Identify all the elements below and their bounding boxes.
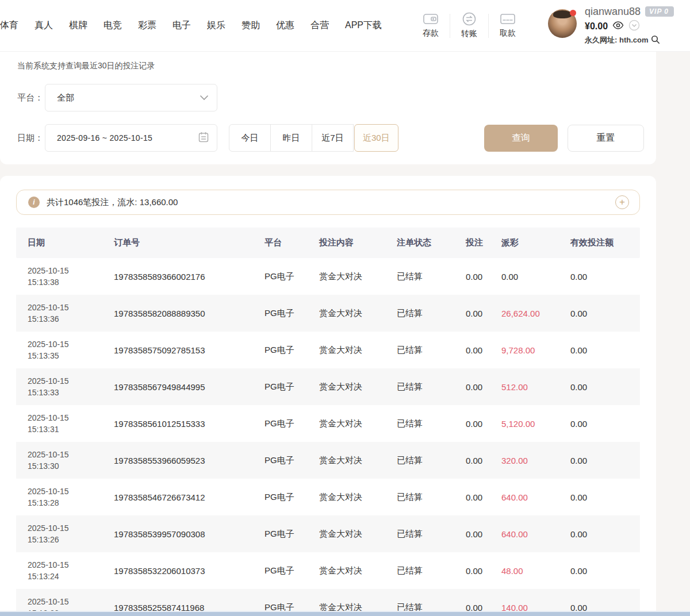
date-range-input[interactable]: 2025-09-16 ~ 2025-10-15 — [45, 124, 217, 152]
cell-status: 已结算 — [397, 565, 466, 576]
transfer-icon — [462, 12, 476, 26]
cell-platform: PG电子 — [264, 565, 319, 576]
permanent-url-label[interactable]: 永久网址: hth.com — [585, 35, 649, 45]
chevron-down-icon — [200, 93, 209, 103]
table-row: 2025-10-1515:13:33 1978358567949844995 P… — [16, 368, 640, 405]
col-header-date: 日期 — [28, 237, 114, 248]
filter-panel: 当前系统支持查询最近30日的投注记录 平台： 全部 日期： 2025-09-16… — [0, 52, 656, 164]
cell-status: 已结算 — [397, 492, 466, 503]
table-row: 2025-10-1515:13:31 1978358561012515333 P… — [16, 405, 640, 442]
magnifier-icon[interactable] — [651, 35, 660, 46]
summary-bar: i 共计1046笔投注，流水: 13,660.00 + — [16, 190, 640, 215]
cell-platform: PG电子 — [264, 529, 319, 540]
cell-platform: PG电子 — [264, 382, 319, 392]
table-row: 2025-10-1515:13:26 1978358539957090308 P… — [16, 515, 640, 552]
summary-text: 共计1046笔投注，流水: 13,660.00 — [47, 197, 178, 208]
cell-bet: 0.00 — [466, 566, 501, 576]
cell-date: 2025-10-1515:13:31 — [28, 412, 114, 435]
user-avatar[interactable] — [548, 9, 577, 38]
cell-valid: 0.00 — [570, 272, 640, 282]
bottom-scrollbar[interactable] — [0, 612, 690, 616]
cell-status: 已结算 — [397, 345, 466, 356]
cell-date: 2025-10-1515:13:24 — [28, 559, 114, 582]
cell-platform: PG电子 — [264, 308, 319, 319]
cell-status: 已结算 — [397, 418, 466, 429]
records-panel: i 共计1046笔投注，流水: 13,660.00 + 日期 订单号 平台 投注… — [0, 176, 656, 616]
deposit-button[interactable]: 存款 — [412, 13, 449, 38]
cell-order: 1978358546726673412 — [114, 492, 264, 502]
transfer-button[interactable]: 转账 — [451, 12, 488, 39]
table-row: 2025-10-1515:13:30 1978358553966059523 P… — [16, 442, 640, 479]
nav-item[interactable]: 娱乐 — [207, 20, 225, 32]
cell-valid: 0.00 — [570, 419, 640, 429]
cell-status: 已结算 — [397, 455, 466, 466]
divider — [450, 14, 450, 38]
bet-records-table: 日期 订单号 平台 投注内容 注单状态 投注 派彩 有效投注额 2025-10-… — [16, 228, 640, 616]
nav-item[interactable]: 优惠 — [276, 20, 294, 32]
cell-order: 1978358532206010373 — [114, 566, 264, 576]
reset-button[interactable]: 重置 — [568, 125, 644, 152]
quick-7days-button[interactable]: 近7日 — [312, 124, 354, 152]
cell-bet: 0.00 — [466, 382, 501, 392]
cell-bet: 0.00 — [466, 272, 501, 282]
nav-item[interactable]: 彩票 — [138, 20, 156, 32]
cell-content: 赏金大对决 — [319, 382, 397, 392]
cell-payout: 26,624.00 — [501, 309, 570, 318]
cell-order: 1978358589366002176 — [114, 272, 264, 282]
query-button[interactable]: 查询 — [484, 125, 558, 152]
platform-select[interactable]: 全部 — [45, 84, 217, 111]
info-icon: i — [28, 197, 40, 208]
nav-item[interactable]: 合营 — [310, 20, 329, 32]
wallet-actions: 存款 转账 取款 — [412, 12, 526, 39]
nav-item[interactable]: 体育 — [0, 20, 18, 32]
table-row: 2025-10-1515:13:35 1978358575092785153 P… — [16, 332, 640, 368]
cell-platform: PG电子 — [264, 455, 319, 466]
user-block: qianwanu88 VIP 0 ¥0.00 — [548, 6, 674, 46]
cell-payout: 5,120.00 — [501, 419, 570, 429]
cell-payout: 9,728.00 — [501, 345, 570, 355]
withdraw-button[interactable]: 取款 — [489, 13, 526, 38]
nav-item[interactable]: 棋牌 — [69, 20, 87, 32]
transfer-label: 转账 — [461, 29, 477, 39]
cell-content: 赏金大对决 — [319, 455, 397, 466]
table-row: 2025-10-1515:13:36 1978358582088889350 P… — [16, 295, 640, 332]
table-row: 2025-10-1515:13:24 1978358532206010373 P… — [16, 552, 640, 589]
quick-today-button[interactable]: 今日 — [229, 124, 271, 152]
quick-range-group: 今日 昨日 近7日 近30日 — [229, 124, 398, 152]
nav-item[interactable]: APP下载 — [345, 20, 382, 32]
cell-order: 1978358553966059523 — [114, 456, 264, 465]
table-row: 2025-10-1515:13:28 1978358546726673412 P… — [16, 479, 640, 515]
nav-item[interactable]: 真人 — [34, 20, 53, 32]
cell-content: 赏金大对决 — [319, 271, 397, 282]
cell-date: 2025-10-1515:13:33 — [28, 375, 114, 398]
username[interactable]: qianwanu88 — [585, 6, 641, 18]
col-header-content: 投注内容 — [319, 237, 397, 248]
cell-valid: 0.00 — [570, 456, 640, 465]
nav-item[interactable]: 电竞 — [103, 20, 122, 32]
nav-item[interactable]: 电子 — [172, 20, 191, 32]
col-header-order: 订单号 — [114, 237, 264, 248]
cell-order: 1978358575092785153 — [114, 345, 264, 355]
quick-30days-button[interactable]: 近30日 — [354, 124, 398, 152]
deposit-label: 存款 — [423, 28, 439, 38]
quick-yesterday-button[interactable]: 昨日 — [270, 124, 312, 152]
eye-icon[interactable] — [612, 21, 624, 32]
cell-date: 2025-10-1515:13:38 — [28, 265, 114, 288]
cell-valid: 0.00 — [570, 566, 640, 576]
date-range-value: 2025-09-16 ~ 2025-10-15 — [57, 133, 198, 143]
cell-content: 赏金大对决 — [319, 492, 397, 503]
cell-order: 1978358539957090308 — [114, 529, 264, 539]
cell-date: 2025-10-1515:13:30 — [28, 449, 114, 472]
refresh-balance-icon[interactable] — [628, 20, 640, 33]
cell-bet: 0.00 — [466, 456, 501, 465]
cell-date: 2025-10-1515:13:28 — [28, 486, 114, 509]
cell-date: 2025-10-1515:13:26 — [28, 522, 114, 545]
cell-payout: 512.00 — [501, 382, 570, 392]
cell-payout: 48.00 — [501, 566, 570, 576]
cell-platform: PG电子 — [264, 345, 319, 356]
expand-plus-icon[interactable]: + — [615, 195, 629, 209]
balance-amount: ¥0.00 — [585, 21, 608, 32]
nav-item[interactable]: 赞助 — [241, 20, 260, 32]
cell-status: 已结算 — [397, 308, 466, 319]
withdraw-label: 取款 — [500, 28, 516, 38]
